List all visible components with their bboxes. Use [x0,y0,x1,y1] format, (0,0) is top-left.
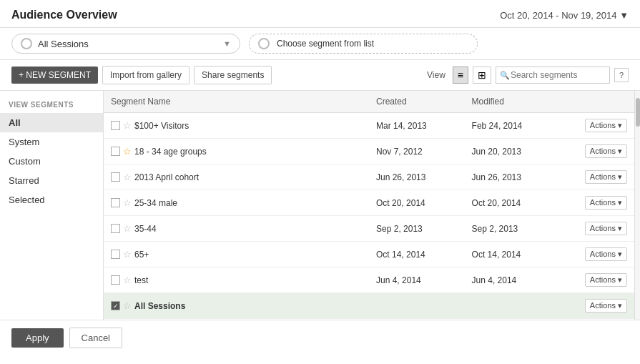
table-row: ☆18 - 34 age groupsNov 7, 2012Jun 20, 20… [104,139,634,164]
cell-actions: Actions ▾ [560,319,634,320]
actions-button[interactable]: Actions ▾ [585,247,627,261]
view-grid-button[interactable] [473,67,491,84]
row-checkbox[interactable] [111,275,120,285]
segment-name: All Sessions [134,301,185,311]
cell-created [369,293,465,319]
sidebar-item-custom[interactable]: Custom [0,152,103,171]
actions-button[interactable]: Actions ▾ [585,299,627,313]
cell-actions: Actions ▾ [560,216,634,242]
cell-actions: Actions ▾ [560,267,634,293]
search-icon: 🔍 [500,71,510,80]
cell-created: Jun 4, 2014 [369,319,465,320]
segment-circle-empty-icon [258,38,270,49]
cell-created: Oct 20, 2014 [369,190,465,216]
help-button[interactable]: ? [614,68,629,82]
cell-actions: Actions ▾ [560,164,634,190]
star-icon[interactable]: ☆ [123,172,132,182]
table-row: ☆65+Oct 14, 2014Oct 14, 2014Actions ▾ [104,242,634,267]
table-row: ☆35-44Sep 2, 2013Sep 2, 2013Actions ▾ [104,216,634,242]
row-checkbox[interactable] [111,172,120,182]
table-row: ☆$100+ VisitorsMar 14, 2013Feb 24, 2014A… [104,113,634,139]
star-icon[interactable]: ☆ [123,249,132,260]
scrollbar-track[interactable] [634,91,640,320]
row-checkbox[interactable] [111,224,120,233]
row-checkbox[interactable] [111,198,120,207]
cell-name: ☆18 - 34 age groups [104,139,369,164]
search-input[interactable] [496,67,610,84]
segment-name: 2013 April cohort [134,172,199,182]
row-checkbox[interactable] [111,250,120,259]
star-icon[interactable]: ☆ [123,120,132,131]
col-header-modified: Modified [465,91,561,113]
cell-name: ☆$100+ Visitors [104,113,369,139]
cell-modified: Jun 20, 2013 [465,139,561,164]
actions-button[interactable]: Actions ▾ [585,144,627,158]
segment-name: 35-44 [134,224,157,234]
cell-actions: Actions ▾ [560,293,634,319]
table-row: ☆April 2014 CohortJun 4, 2014Jun 4, 2014… [104,319,634,320]
view-list-button[interactable] [453,67,468,84]
apply-button[interactable]: Apply [11,328,64,348]
star-icon[interactable]: ☆ [123,275,132,285]
segment-name: $100+ Visitors [134,121,189,131]
col-header-name: Segment Name [104,91,369,113]
date-range: Oct 20, 2014 - Nov 19, 2014 ▼ [500,10,629,21]
cell-actions: Actions ▾ [560,190,634,216]
segment-name: test [134,275,148,285]
cell-name: ☆2013 April cohort [104,164,369,190]
sidebar-item-starred[interactable]: Starred [0,171,103,190]
star-icon[interactable]: ☆ [123,146,132,157]
sidebar: VIEW SEGMENTS All System Custom Starred … [0,91,104,320]
actions-button[interactable]: Actions ▾ [585,273,627,287]
sidebar-item-all[interactable]: All [0,113,103,132]
table-area: Segment Name Created Modified ☆$100+ Vis… [104,91,634,320]
cell-created: Mar 14, 2013 [369,113,465,139]
cell-created: Oct 14, 2014 [369,242,465,267]
list-view-icon [458,69,463,81]
table-row: ☆25-34 maleOct 20, 2014Oct 20, 2014Actio… [104,190,634,216]
segment-pill-add[interactable]: Choose segment from list [249,34,478,54]
actions-button[interactable]: Actions ▾ [585,119,627,132]
cell-modified: Oct 14, 2014 [465,242,561,267]
footer: Apply Cancel [0,320,640,355]
sidebar-item-selected[interactable]: Selected [0,190,103,210]
cell-created: Nov 7, 2012 [369,139,465,164]
cell-name: ☆35-44 [104,216,369,242]
actions-button[interactable]: Actions ▾ [585,196,627,210]
share-segments-button[interactable]: Share segments [194,66,272,84]
segment-circle-icon [21,38,32,49]
cell-actions: Actions ▾ [560,139,634,164]
grid-view-icon [478,69,486,81]
header: Audience Overview Oct 20, 2014 - Nov 19,… [0,0,640,28]
search-wrap: 🔍 [496,67,610,84]
star-icon[interactable]: ☆ [123,300,132,311]
table-row: ☆testJun 4, 2014Jun 4, 2014Actions ▾ [104,267,634,293]
segment-name: 65+ [134,250,149,260]
star-icon[interactable]: ☆ [123,197,132,208]
segment-name: 25-34 male [134,198,177,208]
actions-button[interactable]: Actions ▾ [585,222,627,235]
cell-created: Jun 4, 2014 [369,267,465,293]
row-checkbox[interactable] [111,301,120,310]
row-checkbox[interactable] [111,121,120,130]
segment-selector-row: All Sessions ▼ Choose segment from list [0,28,640,60]
segment-name: 18 - 34 age groups [134,147,207,157]
page-title: Audience Overview [11,9,117,21]
cell-name: ☆65+ [104,242,369,267]
segment-pill-caret: ▼ [223,39,231,48]
cell-actions: Actions ▾ [560,113,634,139]
star-icon[interactable]: ☆ [123,223,132,234]
actions-button[interactable]: Actions ▾ [585,170,627,184]
cell-name: ☆All Sessions [104,293,369,319]
table-row: ☆2013 April cohortJun 26, 2013Jun 26, 20… [104,164,634,190]
segment-pill-active[interactable]: All Sessions ▼ [11,34,240,54]
row-checkbox[interactable] [111,147,120,156]
new-segment-button[interactable]: + NEW SEGMENT [11,67,98,84]
segments-table: Segment Name Created Modified ☆$100+ Vis… [104,91,634,320]
table-row: ☆All SessionsActions ▾ [104,293,634,319]
sidebar-item-system[interactable]: System [0,132,103,152]
import-gallery-button[interactable]: Import from gallery [102,66,189,84]
scrollbar-thumb[interactable] [636,98,640,127]
cancel-button[interactable]: Cancel [69,328,122,348]
cell-modified: Jun 26, 2013 [465,164,561,190]
